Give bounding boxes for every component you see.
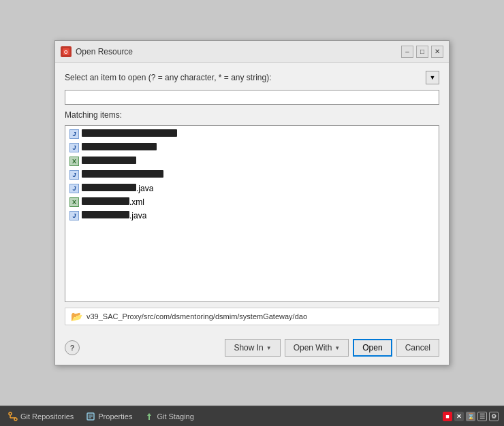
list-item[interactable]: J .java [65, 182, 439, 195]
title-bar: O Open Resource – □ ✕ [55, 41, 449, 63]
svg-point-2 [9, 412, 12, 415]
matching-items-list[interactable]: J J X [65, 125, 439, 302]
show-in-arrow-icon: ▼ [266, 345, 272, 351]
java-icon: J [69, 129, 79, 139]
item-text: .xml [82, 197, 144, 207]
help-button[interactable]: ? [65, 340, 80, 355]
taskbar-item-properties[interactable]: Properties [80, 408, 138, 425]
tasks-indicator: ⚙ [489, 412, 499, 421]
instruction-row: Select an item to open (? = any characte… [65, 71, 439, 84]
xml-icon: X [69, 157, 79, 166]
title-controls: – □ ✕ [401, 46, 443, 58]
list-item[interactable]: J .java [65, 209, 439, 223]
git-repos-icon [8, 412, 18, 421]
item-text: .java [82, 184, 153, 193]
git-repos-label: Git Repositories [20, 412, 74, 421]
red-indicator: ■ [443, 412, 452, 421]
properties-icon [86, 412, 95, 421]
close-indicator: ✕ [454, 412, 464, 421]
list-item[interactable]: J [65, 168, 439, 182]
xml-icon: X [69, 197, 79, 207]
taskbar: Git Repositories Properties Git Staging … [0, 406, 504, 426]
button-row: ? Show In ▼ Open With ▼ Open Cancel [55, 333, 449, 365]
cancel-button[interactable]: Cancel [396, 339, 439, 357]
taskbar-indicators: ■ ✕ ⌛ ☰ ⚙ [440, 412, 501, 421]
list-item[interactable]: J [65, 141, 439, 154]
item-text [82, 157, 136, 166]
path-bar: 📂 v39_SAC_Proxy/src/com/dsmentoring/dsmi… [65, 308, 439, 325]
action-buttons: Show In ▼ Open With ▼ Open Cancel [225, 339, 439, 357]
list-item[interactable]: X [65, 154, 439, 168]
dialog-icon: O [61, 46, 72, 57]
history-dropdown[interactable]: ▼ [426, 71, 439, 84]
open-button[interactable]: Open [353, 339, 392, 357]
item-text [82, 170, 163, 180]
desktop: O Open Resource – □ ✕ Select an item to … [0, 0, 504, 406]
debug-indicator: ⌛ [466, 412, 475, 421]
item-text [82, 129, 177, 139]
java-icon: J [69, 170, 79, 180]
open-with-arrow-icon: ▼ [334, 345, 340, 351]
open-with-button[interactable]: Open With ▼ [285, 339, 349, 357]
java-icon: J [69, 184, 79, 193]
matching-label: Matching items: [65, 110, 439, 120]
list-item[interactable]: X .xml [65, 195, 439, 209]
console-indicator: ☰ [477, 412, 487, 421]
folder-icon: 📂 [71, 311, 82, 322]
close-button[interactable]: ✕ [431, 46, 443, 58]
java-icon: J [69, 211, 79, 220]
taskbar-item-git-repos[interactable]: Git Repositories [3, 408, 79, 425]
list-item[interactable]: J [65, 127, 439, 141]
svg-text:O: O [64, 50, 68, 54]
taskbar-item-git-staging[interactable]: Git Staging [139, 408, 199, 425]
git-staging-icon [144, 412, 154, 421]
git-staging-label: Git Staging [157, 412, 193, 421]
title-bar-left: O Open Resource [61, 46, 133, 57]
dialog-title: Open Resource [76, 47, 133, 56]
maximize-button[interactable]: □ [416, 46, 428, 58]
item-text [82, 143, 157, 152]
path-text: v39_SAC_Proxy/src/com/dsmentoring/dsmim/… [86, 312, 307, 321]
java-icon: J [69, 143, 79, 152]
search-input[interactable] [65, 90, 439, 105]
properties-label: Properties [98, 412, 132, 421]
open-resource-dialog: O Open Resource – □ ✕ Select an item to … [54, 40, 450, 365]
dialog-body: Select an item to open (? = any characte… [55, 63, 449, 333]
minimize-button[interactable]: – [401, 46, 413, 58]
show-in-button[interactable]: Show In ▼ [225, 339, 280, 357]
item-text: .java [82, 211, 146, 220]
instruction-text: Select an item to open (? = any characte… [65, 73, 272, 82]
